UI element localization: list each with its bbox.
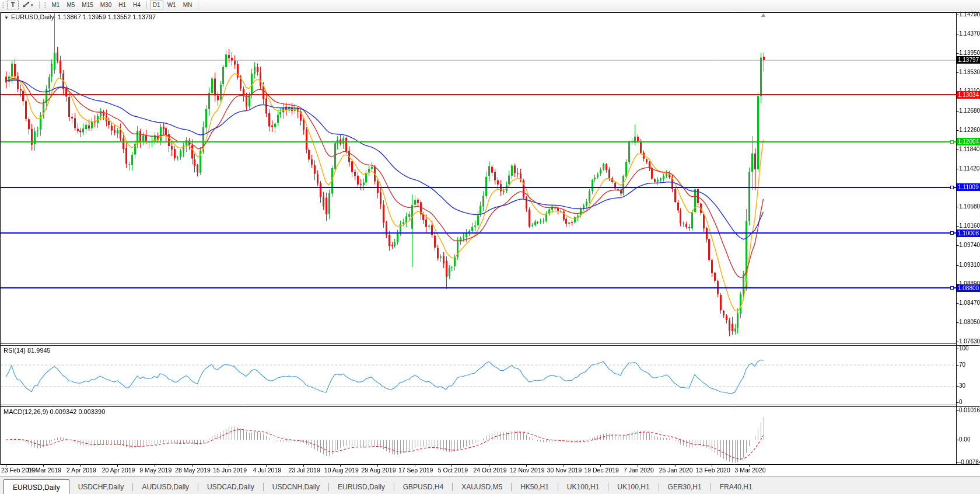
toolbar-grip[interactable] [44, 2, 47, 9]
timeframe-button-w1[interactable]: W1 [164, 1, 179, 9]
date-label: 4 Jul 2019 [246, 467, 288, 474]
chart-tab-uk100-h1[interactable]: UK100,H1 [608, 481, 658, 493]
price-tick-label: 1.12680 [959, 107, 980, 114]
date-label: 7 Jan 2020 [618, 467, 660, 474]
rsi-tick-label: 100 [959, 345, 969, 352]
price-line-badge[interactable]: 1.13034 [957, 91, 980, 99]
timeframe-button-group: M1M5M15M30H1H4D1W1MN [48, 1, 201, 9]
diagonal-arrows-icon [23, 1, 30, 9]
chart-tab-usdcnh-daily[interactable]: USDCNH,Daily [264, 481, 328, 493]
price-tick-label: 1.12260 [959, 127, 980, 133]
date-label: 2 Apr 2019 [60, 467, 102, 474]
date-label: 12 Nov 2019 [506, 467, 548, 474]
price-tick-label: 1.13530 [959, 69, 980, 75]
toolbar-grip[interactable] [2, 2, 5, 9]
timeframe-button-h4[interactable]: H4 [130, 1, 144, 9]
date-label: 17 Sep 2019 [395, 467, 437, 474]
price-tick-label: 1.09740 [959, 242, 980, 248]
macd-indicator-label: MACD(12,26,9) 0.009342 0.003390 [4, 408, 105, 415]
timeframe-button-m15[interactable]: M15 [79, 1, 96, 9]
rsi-name: RSI(14) [4, 347, 26, 354]
timeframe-button-h1[interactable]: H1 [116, 1, 129, 9]
chart-tab-eurusd-daily[interactable]: EURUSD,Daily [4, 479, 69, 494]
chart-dropdown-icon[interactable]: ▼ [4, 15, 9, 20]
date-label: 24 Oct 2019 [469, 467, 511, 474]
macd-name: MACD(12,26,9) [4, 408, 48, 415]
chart-tab-audusd-daily[interactable]: AUDUSD,Daily [133, 481, 198, 493]
chart-tab-uk100-h1[interactable]: UK100,H1 [558, 481, 608, 493]
date-label: 9 May 2019 [135, 467, 177, 474]
chart-symbol-label: EURUSD,Daily [11, 13, 54, 20]
price-tick-label: 1.10160 [959, 222, 980, 229]
chart-tab-usdchf-daily[interactable]: USDCHF,Daily [69, 481, 133, 493]
timeframe-button-d1[interactable]: D1 [150, 1, 163, 9]
price-tick-label: 1.11420 [959, 165, 979, 172]
date-label: 20 Apr 2019 [97, 467, 139, 474]
date-label: 25 Jan 2020 [655, 467, 697, 474]
macd-current-values: 0.009342 0.003390 [50, 408, 105, 415]
macd-tick-label: 0.01016 [959, 407, 980, 413]
rsi-tick-label: 70 [959, 361, 965, 368]
price-tick-label: 1.14370 [959, 30, 980, 37]
timeframe-button-mn[interactable]: MN [180, 1, 195, 9]
price-tick-label: 1.08050 [959, 319, 980, 325]
chart-tab-eurusd-daily[interactable]: EURUSD,Daily [329, 481, 394, 493]
toolbar-separator [198, 1, 198, 9]
chart-tab-gbpusd-h4[interactable]: GBPUSD,H4 [394, 481, 452, 493]
price-line-badge[interactable]: 1.11009 [957, 183, 980, 191]
date-label: 14 Mar 2019 [23, 467, 65, 474]
trading-terminal-window: T ▾ M1M5M15M30H1H4D1W1MN ▼EURUSD,Daily 1… [0, 0, 980, 494]
rsi-tick-label: 0 [959, 399, 963, 405]
price-line-badge[interactable]: 1.12004 [957, 138, 980, 145]
price-tick-label: 1.08470 [959, 300, 980, 306]
price-tick-label: 1.14790 [959, 11, 980, 18]
date-label: 15 Jun 2019 [209, 467, 251, 474]
text-tool-button[interactable]: T [7, 1, 19, 9]
chart-tab-hk50-h1[interactable]: HK50,H1 [512, 481, 558, 493]
timeframe-button-m5[interactable]: M5 [64, 1, 78, 9]
price-tick-label: 1.10580 [959, 203, 980, 210]
date-label: 3 Mar 2020 [729, 467, 771, 474]
toolbar-separator [146, 1, 147, 9]
date-label: 30 Nov 2019 [544, 467, 586, 474]
chart-tab-xauusd-m5[interactable]: XAUUSD,M5 [453, 481, 511, 493]
price-tick-label: 1.11840 [959, 146, 979, 152]
price-line-badge[interactable]: 1.08800 [957, 284, 980, 292]
price-tick-label: 1.07630 [959, 338, 980, 345]
date-label: 19 Dec 2019 [580, 467, 622, 474]
chart-tab-fra40-h1[interactable]: FRA40,H1 [711, 481, 761, 493]
macd-tick-label: 0.00 [959, 436, 970, 443]
chart-ohlc-values: 1.13867 1.13959 1.13552 1.13797 [58, 13, 156, 20]
date-label: 28 May 2019 [172, 467, 214, 474]
macd-tick-label: -0.00784 [959, 459, 980, 465]
cursor-tool-button[interactable]: ▾ [20, 1, 36, 9]
date-label: 13 Feb 2020 [692, 467, 734, 474]
price-tick-label: 1.13950 [959, 50, 980, 56]
price-line-badge[interactable]: 1.10008 [957, 229, 980, 237]
date-label: 23 Jul 2019 [284, 467, 326, 474]
price-tick-label: 1.09310 [959, 262, 980, 268]
timeframe-button-m30[interactable]: M30 [97, 1, 114, 9]
date-label: 5 Oct 2019 [432, 467, 474, 474]
date-label: 10 Aug 2019 [320, 467, 362, 474]
chart-tab-usdcad-daily[interactable]: USDCAD,Daily [198, 481, 263, 493]
chart-tab-ger30-h1[interactable]: GER30,H1 [659, 481, 710, 493]
chart-title: ▼EURUSD,Daily 1.13867 1.13959 1.13552 1.… [4, 13, 156, 20]
chevron-down-icon: ▾ [31, 3, 33, 8]
chart-tab-bar: EURUSD,DailyUSDCHF,DailyAUDUSD,DailyUSDC… [0, 476, 980, 494]
rsi-tick-label: 30 [959, 382, 965, 389]
rsi-current-value: 81.9945 [27, 347, 51, 354]
current-price-badge: 1.13797 [957, 56, 980, 64]
date-label: 29 Aug 2019 [358, 467, 400, 474]
toolbar-separator [39, 1, 40, 9]
rsi-indicator-label: RSI(14) 81.9945 [4, 347, 51, 354]
price-chart-canvas[interactable] [0, 0, 980, 494]
top-toolbar: T ▾ M1M5M15M30H1H4D1W1MN [0, 0, 980, 11]
timeframe-button-m1[interactable]: M1 [49, 1, 63, 9]
